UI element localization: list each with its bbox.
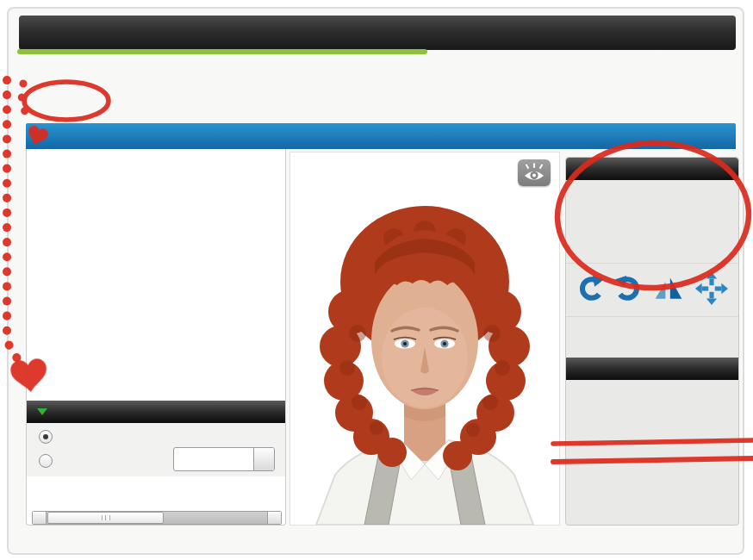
radio-hair-color[interactable] bbox=[39, 430, 59, 444]
category-tab-bar bbox=[26, 123, 736, 149]
settings-panel bbox=[565, 157, 739, 526]
coloring-type-select[interactable] bbox=[173, 447, 275, 471]
color-options bbox=[27, 423, 285, 476]
radio-circle-hair[interactable] bbox=[39, 430, 53, 444]
nav-underline bbox=[17, 49, 427, 54]
scrollbar-right-icon[interactable] bbox=[267, 512, 281, 524]
tools-header bbox=[566, 358, 738, 380]
eye-icon bbox=[522, 163, 546, 184]
rotate-ccw-icon[interactable] bbox=[576, 276, 604, 302]
clear-all-button[interactable] bbox=[566, 337, 738, 358]
color-swatches bbox=[32, 479, 282, 507]
hairstyle-panel bbox=[26, 149, 286, 526]
main-nav bbox=[19, 16, 736, 50]
move-arrows-icon[interactable] bbox=[695, 272, 728, 305]
makeover-app bbox=[0, 0, 753, 560]
flip-horizontal-icon[interactable] bbox=[653, 277, 684, 301]
delete-last-button[interactable] bbox=[566, 316, 738, 337]
radio-strand-color[interactable] bbox=[39, 454, 59, 468]
collapse-triangle-icon bbox=[37, 408, 47, 415]
select-dropdown-button[interactable] bbox=[253, 448, 274, 470]
color-section-header[interactable] bbox=[27, 401, 285, 423]
model-photo-area bbox=[289, 152, 560, 526]
scrollbar-left-icon[interactable] bbox=[33, 512, 47, 524]
model-photo bbox=[290, 152, 559, 525]
rotate-cw-icon[interactable] bbox=[615, 276, 643, 302]
scrollbar-thumb[interactable] bbox=[47, 512, 164, 524]
scrollbar-grip bbox=[102, 515, 110, 520]
swatch-scrollbar[interactable] bbox=[32, 511, 282, 525]
pagination bbox=[27, 377, 285, 400]
hairstyle-grid bbox=[30, 156, 282, 373]
transform-tools bbox=[566, 263, 738, 313]
settings-header bbox=[566, 158, 738, 180]
preview-eye-button[interactable] bbox=[518, 159, 551, 186]
radio-circle-strand[interactable] bbox=[39, 454, 53, 468]
